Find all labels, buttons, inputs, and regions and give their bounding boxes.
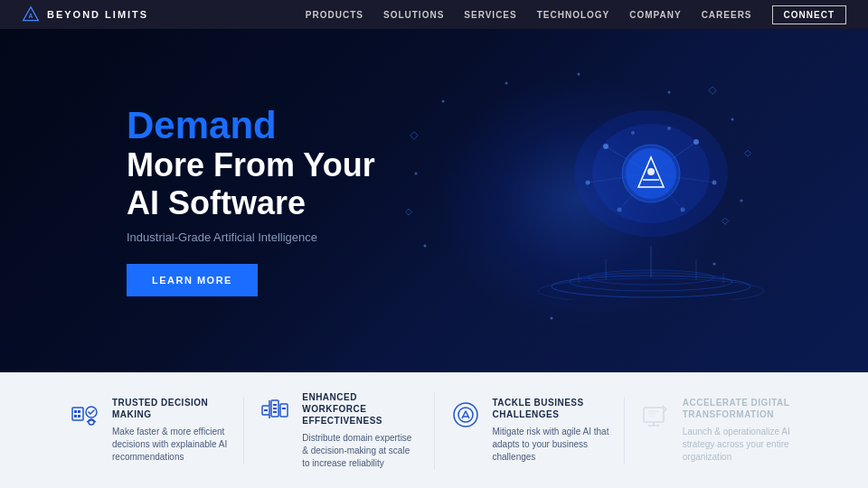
hero-title-line2: AI Software — [127, 184, 306, 221]
svg-point-19 — [603, 144, 609, 149]
svg-rect-51 — [78, 415, 80, 418]
feature-trusted-decision: TRUSTED DECISION MAKING Make faster & mo… — [54, 397, 244, 464]
feature-desc-trusted: Make faster & more efficient decisions w… — [112, 426, 229, 464]
feature-business: TACKLE BUSINESS CHALLENGES Mitigate risk… — [435, 397, 625, 464]
svg-rect-60 — [273, 408, 277, 409]
svg-rect-50 — [74, 415, 77, 418]
svg-rect-59 — [273, 404, 277, 406]
feature-title-digital: ACCELERATE DIGITAL TRANSFORMATION — [683, 397, 799, 420]
hero-title: More From Your AI Software — [127, 146, 375, 221]
feature-icon-workforce — [259, 393, 291, 426]
svg-point-22 — [712, 181, 717, 185]
svg-point-37 — [415, 173, 418, 175]
svg-rect-63 — [282, 408, 286, 409]
svg-point-34 — [578, 73, 580, 76]
feature-icon-digital — [639, 399, 672, 431]
features-section: TRUSTED DECISION MAKING Make faster & mo… — [0, 372, 868, 488]
svg-point-33 — [505, 82, 508, 85]
nav-technology[interactable]: TECHNOLOGY — [537, 10, 610, 20]
nav-links: PRODUCTS SOLUTIONS SERVICES TECHNOLOGY C… — [306, 5, 846, 24]
hero-demand-text: Demand — [127, 105, 375, 146]
nav-products[interactable]: PRODUCTS — [306, 10, 363, 20]
learn-more-button[interactable]: LEARN MORE — [127, 264, 258, 296]
svg-rect-45 — [405, 209, 411, 215]
svg-point-64 — [454, 403, 477, 427]
svg-rect-67 — [644, 408, 664, 422]
nav-careers[interactable]: CAREERS — [702, 10, 752, 20]
connect-button[interactable]: CONNECT — [772, 5, 846, 24]
svg-point-25 — [631, 131, 635, 135]
svg-rect-55 — [264, 409, 268, 411]
feature-text-business: TACKLE BUSINESS CHALLENGES Mitigate risk… — [493, 397, 609, 464]
svg-point-23 — [618, 208, 622, 212]
feature-text-trusted: TRUSTED DECISION MAKING Make faster & mo… — [112, 397, 229, 464]
feature-title-workforce: ENHANCED WORKFORCE EFFECTIVENESS — [302, 391, 419, 427]
svg-point-41 — [551, 317, 553, 320]
svg-point-5 — [538, 278, 764, 300]
feature-desc-business: Mitigate risk with agile AI that adapts … — [493, 426, 609, 464]
svg-point-20 — [693, 139, 699, 145]
svg-rect-61 — [273, 411, 277, 413]
feature-title-business: TACKLE BUSINESS CHALLENGES — [493, 397, 609, 420]
nav-solutions[interactable]: SOLUTIONS — [383, 10, 444, 20]
hero-content: Demand More From Your AI Software Indust… — [0, 105, 375, 296]
feature-workforce: ENHANCED WORKFORCE EFFECTIVENESS Distrib… — [244, 391, 434, 470]
svg-rect-49 — [78, 410, 80, 413]
feature-title-trusted: TRUSTED DECISION MAKING — [112, 397, 229, 420]
svg-point-21 — [586, 181, 590, 185]
hero-title-line1: More From Your — [127, 146, 375, 183]
svg-text:A: A — [29, 13, 33, 19]
feature-desc-workforce: Distribute domain expertise & decision-m… — [302, 432, 419, 470]
hero-subtitle: Industrial-Grade Artificial Intelligence — [127, 230, 375, 244]
feature-text-digital: ACCELERATE DIGITAL TRANSFORMATION Launch… — [683, 397, 799, 464]
svg-rect-48 — [74, 410, 77, 413]
feature-text-workforce: ENHANCED WORKFORCE EFFECTIVENESS Distrib… — [302, 391, 419, 470]
hero-section: Demand More From Your AI Software Indust… — [0, 29, 868, 372]
feature-icon-trusted — [69, 399, 101, 431]
feature-icon-business — [449, 399, 482, 431]
feature-desc-digital: Launch & operationalize AI strategy acro… — [683, 426, 799, 464]
hero-visual — [488, 65, 814, 336]
brain-blob — [552, 92, 750, 255]
svg-rect-47 — [72, 408, 83, 420]
svg-point-65 — [458, 408, 473, 422]
svg-point-39 — [424, 245, 427, 248]
svg-point-24 — [681, 208, 685, 212]
logo-text: BEYOND LIMITS — [47, 9, 148, 20]
feature-digital: ACCELERATE DIGITAL TRANSFORMATION Launch… — [625, 397, 814, 464]
svg-point-31 — [647, 168, 655, 175]
svg-point-26 — [667, 127, 671, 130]
navbar: A BEYOND LIMITS PRODUCTS SOLUTIONS SERVI… — [0, 0, 868, 29]
svg-rect-62 — [280, 404, 288, 417]
logo-icon: A — [22, 5, 40, 23]
logo[interactable]: A BEYOND LIMITS — [22, 5, 148, 23]
nav-company[interactable]: COMPANY — [629, 10, 681, 20]
nav-services[interactable]: SERVICES — [464, 10, 516, 20]
svg-rect-43 — [410, 132, 418, 139]
svg-point-32 — [442, 100, 445, 103]
